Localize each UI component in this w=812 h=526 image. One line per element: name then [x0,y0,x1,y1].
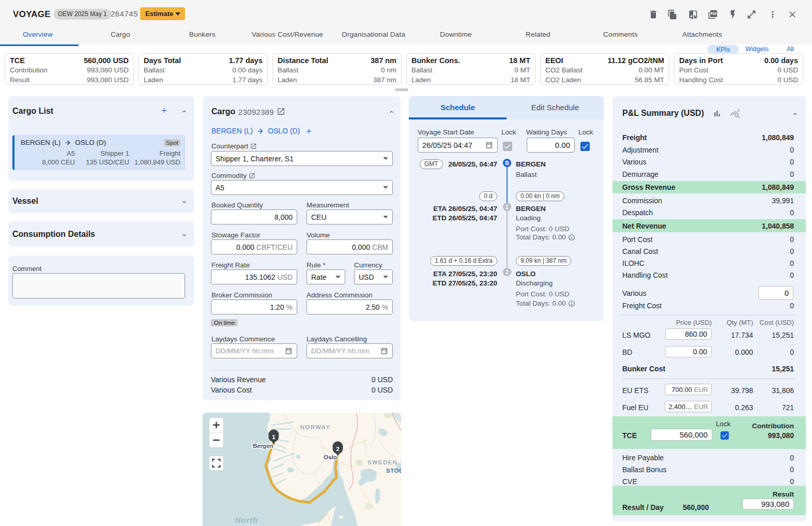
svg-text:1: 1 [272,434,275,440]
svg-text:NORWAY: NORWAY [300,424,330,430]
svg-text:North: North [235,516,258,524]
svg-text:2: 2 [336,446,339,452]
svg-text:STOC: STOC [386,468,401,474]
svg-text:Bergen: Bergen [253,443,273,449]
svg-text:Oslo: Oslo [324,454,337,460]
svg-text:SWEDEN: SWEDEN [367,459,397,465]
